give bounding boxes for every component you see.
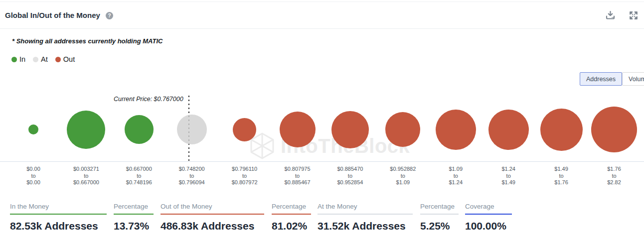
bubble-in-2[interactable] (67, 111, 105, 149)
bubble-out-5[interactable] (233, 118, 256, 141)
bubble-out-11[interactable] (540, 109, 583, 151)
stat-percentage: Percentage81.02% (272, 203, 311, 232)
x-axis-tick-12: $1.76to$2.82 (588, 166, 641, 186)
legend-label: In (19, 55, 25, 63)
addresses-volume-toggle: AddressesVolume (580, 72, 644, 86)
current-price-label: Current Price: $0.767000 (114, 96, 183, 103)
x-axis-tick-5: $0.796110to$0.807972 (218, 166, 271, 186)
toggle-volume-button[interactable]: Volume (622, 72, 644, 86)
stat-value: 5.25% (420, 220, 459, 232)
bubble-out-9[interactable] (436, 110, 476, 150)
stat-label: Coverage (465, 203, 512, 210)
bubble-in-3[interactable] (125, 115, 154, 144)
top-divider (0, 1, 644, 2)
x-axis-tick-4: $0.748200to$0.796094 (165, 166, 218, 186)
stat-value: 486.83k Addresses (161, 220, 264, 232)
stat-label: Percentage (272, 203, 311, 210)
legend-dot-icon (11, 57, 17, 62)
bubble-out-12[interactable] (591, 107, 637, 152)
stat-value: 31.52k Addresses (318, 220, 413, 232)
x-axis-tick-6: $0.807975to$0.885467 (271, 166, 324, 186)
x-axis-line (0, 161, 644, 162)
stat-underline (272, 214, 311, 215)
legend-item-at[interactable]: At (33, 55, 48, 63)
x-axis-tick-3: $0.667000to$0.748196 (113, 166, 165, 186)
stat-value: 82.53k Addresses (10, 220, 107, 232)
page-title: Global In/Out of the Money (5, 11, 100, 19)
stat-label: Percentage (114, 203, 154, 210)
stat-value: 13.73% (114, 220, 154, 232)
header-divider (0, 28, 644, 29)
bubble-out-7[interactable] (331, 111, 369, 148)
bubble-out-8[interactable] (385, 112, 420, 147)
help-icon[interactable]: ? (106, 12, 113, 19)
stat-percentage: Percentage5.25% (420, 203, 459, 232)
legend-label: At (41, 55, 48, 63)
legend-dot-icon (33, 57, 38, 62)
stat-underline (161, 214, 264, 215)
watermark: IntoTheBlock (248, 131, 410, 160)
x-axis-tick-9: $1.09to$1.24 (429, 166, 482, 186)
x-axis-tick-2: $0.003271to$0.667000 (60, 166, 113, 186)
bubble-at-4[interactable] (177, 115, 207, 144)
stat-underline (114, 214, 154, 215)
download-icon[interactable] (606, 11, 615, 20)
bubble-in-1[interactable] (28, 124, 38, 134)
stat-out-of-the-money: Out of the Money486.83k Addresses (161, 203, 264, 232)
bubble-out-6[interactable] (280, 112, 316, 147)
stat-underline (318, 214, 413, 215)
legend-label: Out (63, 55, 75, 63)
stat-at-the-money: At the Money31.52k Addresses (318, 203, 413, 232)
stat-label: Out of the Money (161, 203, 264, 210)
stat-in-the-money: In the Money82.53k Addresses (10, 203, 107, 232)
stat-label: In the Money (10, 203, 107, 210)
stat-value: 100.00% (465, 220, 512, 232)
bubble-out-10[interactable] (488, 110, 529, 150)
chart-legend: InAtOut (11, 55, 75, 63)
stat-coverage: Coverage100.00% (465, 203, 512, 232)
stat-underline (465, 214, 512, 215)
legend-dot-icon (55, 57, 61, 62)
x-axis-tick-8: $0.952882to$1.09 (376, 166, 429, 186)
x-axis-tick-1: $0.00to$0.00 (7, 166, 60, 186)
stat-label: Percentage (420, 203, 459, 210)
legend-item-in[interactable]: In (11, 55, 25, 63)
x-axis-tick-10: $1.24to$1.49 (482, 166, 535, 186)
stat-label: At the Money (318, 203, 413, 210)
stat-underline (10, 214, 107, 215)
legend-item-out[interactable]: Out (55, 55, 75, 63)
x-axis-tick-7: $0.885470to$0.952854 (323, 166, 376, 186)
stat-underline (420, 214, 459, 215)
stat-value: 81.02% (272, 220, 311, 232)
toggle-addresses-button[interactable]: Addresses (580, 72, 622, 86)
stat-percentage: Percentage13.73% (114, 203, 154, 232)
fullscreen-icon[interactable] (629, 11, 638, 20)
x-axis-tick-11: $1.49to$1.76 (535, 166, 588, 186)
global-in-out-money-card: Global In/Out of the Money ? * Showing a… (0, 0, 644, 243)
chart-note: * Showing all addresses currently holdin… (12, 37, 162, 45)
